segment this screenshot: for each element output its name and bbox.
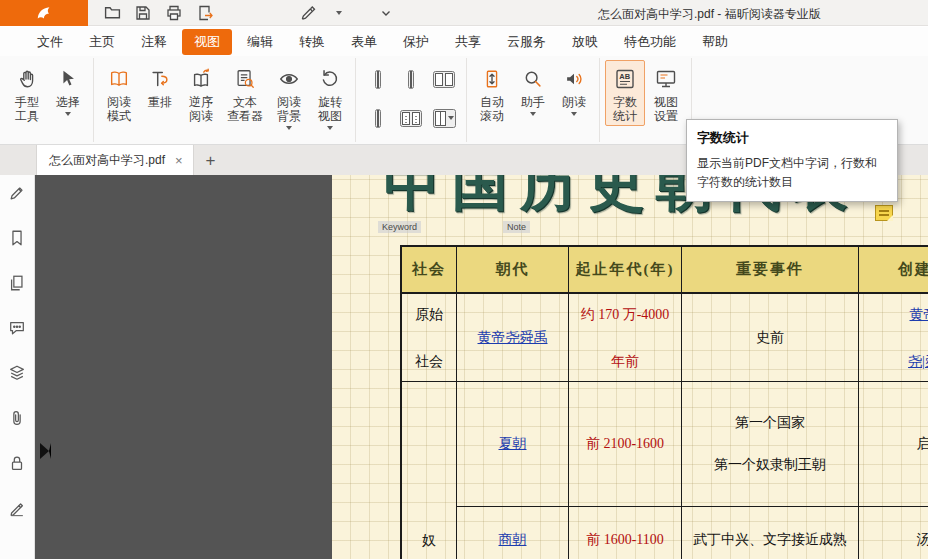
sticky-note-annotation-icon[interactable]: [875, 205, 893, 221]
quick-sign-button[interactable]: [298, 3, 318, 23]
dropdown-arrow-icon: [65, 112, 71, 116]
paperclip-icon: [8, 409, 26, 427]
annotate-panel-button[interactable]: [6, 183, 28, 203]
table-cell-dynasty-1: 黄帝尧舜禹: [457, 294, 569, 382]
period-line: 前 1600-1100: [586, 531, 664, 549]
read-aloud-button[interactable]: 朗读: [554, 60, 594, 119]
auto-scroll-button[interactable]: 自动 滚动: [472, 60, 512, 126]
reflow-button[interactable]: 重排: [140, 60, 180, 112]
founder-link[interactable]: 黄帝: [910, 306, 928, 324]
view-settings-icon: [654, 66, 678, 92]
tooltip-body: 显示当前PDF文档中字词，行数和字符数的统计数目: [697, 154, 887, 191]
word-count-label: 字数 统计: [613, 95, 637, 123]
continuous-view-button[interactable]: [408, 70, 414, 89]
menu-file[interactable]: 文件: [24, 29, 76, 55]
dynasty-link[interactable]: 商朝: [499, 531, 527, 549]
customize-toolbar-button[interactable]: [376, 3, 396, 23]
document-tab[interactable]: 怎么面对高中学习.pdf ×: [36, 145, 194, 175]
single-page-view-button[interactable]: [375, 70, 381, 89]
tab-close-icon[interactable]: ×: [175, 154, 183, 167]
select-tool-button[interactable]: 选择: [48, 60, 88, 119]
menu-help[interactable]: 帮助: [689, 29, 741, 55]
panel-expand-handle[interactable]: [40, 443, 51, 459]
menu-comment[interactable]: 注释: [128, 29, 180, 55]
menu-view[interactable]: 视图: [182, 29, 232, 55]
dynasty-link[interactable]: 黄帝尧舜禹: [478, 329, 548, 347]
read-background-button[interactable]: 阅读 背景: [269, 60, 309, 133]
assistant-button[interactable]: 助手: [513, 60, 553, 119]
founder-text: 汤: [917, 531, 928, 549]
lock-icon: [8, 454, 26, 472]
cursor-icon: [57, 66, 79, 92]
event-text: 武丁中兴、文字接近成熟: [693, 531, 847, 549]
comments-panel-button[interactable]: [6, 318, 28, 338]
bookmarks-panel-button[interactable]: [6, 228, 28, 248]
hand-tool-button[interactable]: 手型 工具: [7, 60, 47, 126]
table-cell-period-3: 前 1600-1100: [569, 507, 682, 559]
page-display-group: [356, 58, 467, 142]
period-line: 年前: [611, 353, 639, 371]
founder-link[interactable]: 尧|舜: [908, 353, 928, 371]
split-view-button[interactable]: [433, 109, 456, 128]
event-text: 第一个奴隶制王朝: [714, 456, 826, 474]
menu-share[interactable]: 共享: [442, 29, 494, 55]
print-button[interactable]: [164, 3, 184, 23]
continuous-facing-view-button[interactable]: [400, 110, 422, 127]
society-line: 社会: [415, 353, 443, 371]
reverse-read-button[interactable]: 逆序 阅读: [181, 60, 221, 126]
facing-pages-icon: [435, 73, 453, 86]
menu-protect[interactable]: 保护: [390, 29, 442, 55]
security-panel-button[interactable]: [6, 453, 28, 473]
rotate-view-button[interactable]: 旋转 视图: [310, 60, 350, 133]
foxit-logo[interactable]: [0, 0, 88, 26]
magnifier-icon: [522, 66, 544, 92]
dynasty-link[interactable]: 夏朝: [499, 435, 527, 453]
table-header-dynasty: 朝代: [457, 247, 569, 294]
signature-panel-button[interactable]: [6, 498, 28, 518]
auto-scroll-label: 自动 滚动: [480, 95, 504, 123]
document-tab-label: 怎么面对高中学习.pdf: [49, 152, 165, 169]
period-line: 前 2100-1600: [586, 435, 664, 453]
quick-sign-dropdown[interactable]: [329, 3, 349, 23]
attachments-panel-button[interactable]: [6, 408, 28, 428]
assistant-label: 助手: [521, 95, 545, 109]
read-aloud-label: 朗读: [562, 95, 586, 109]
new-tab-button[interactable]: +: [206, 152, 216, 169]
layers-panel-button[interactable]: [6, 363, 28, 383]
tools-group: 手型 工具 选择: [2, 58, 94, 142]
document-canvas[interactable]: 中国历史朝代表 Keyword Note 社会 朝代 起止年代(年) 重要事件 …: [35, 175, 928, 559]
continuous-single-view-button[interactable]: [375, 109, 381, 128]
history-table: 社会 朝代 起止年代(年) 重要事件 创建人 原始 社会 黄帝尧舜禹 约 170…: [400, 245, 928, 559]
export-button[interactable]: [195, 3, 215, 23]
menu-present[interactable]: 放映: [559, 29, 611, 55]
pages-panel-button[interactable]: [6, 273, 28, 293]
menu-home[interactable]: 主页: [76, 29, 128, 55]
menu-edit[interactable]: 编辑: [234, 29, 286, 55]
read-mode-button[interactable]: 阅读 模式: [99, 60, 139, 126]
table-header-founder: 创建人: [859, 247, 928, 294]
printer-icon: [166, 5, 182, 21]
period-line: 约 170 万-4000: [581, 306, 670, 324]
menu-features[interactable]: 特色功能: [611, 29, 689, 55]
view-settings-button[interactable]: 视图 设置: [646, 60, 686, 126]
view-settings-label: 视图 设置: [654, 95, 678, 123]
menu-convert[interactable]: 转换: [286, 29, 338, 55]
dropdown-arrow-icon: [286, 126, 292, 130]
word-count-tooltip: 字数统计 显示当前PDF文档中字词，行数和字符数的统计数目: [686, 119, 898, 202]
form-field-label-note: Note: [503, 221, 530, 233]
menu-cloud[interactable]: 云服务: [494, 29, 559, 55]
foxit-reader-window: 怎么面对高中学习.pdf - 福昕阅读器专业版 文件 主页 注释 视图 编辑 转…: [0, 0, 928, 559]
table-cell-events-1: 史前: [682, 294, 859, 382]
society-line: 原始: [415, 306, 443, 324]
text-viewer-button[interactable]: 文本 查看器: [222, 60, 268, 126]
facing-view-button[interactable]: [433, 71, 455, 88]
save-icon: [135, 5, 151, 21]
tooltip-title: 字数统计: [697, 129, 887, 147]
word-count-button[interactable]: AB 字数 统计: [605, 60, 645, 126]
open-file-button[interactable]: [102, 3, 122, 23]
continuous-facing-icon: [402, 112, 420, 125]
menu-form[interactable]: 表单: [338, 29, 390, 55]
table-cell-society-merged: 奴: [402, 382, 457, 559]
save-button[interactable]: [133, 3, 153, 23]
bookmark-icon: [8, 229, 26, 247]
